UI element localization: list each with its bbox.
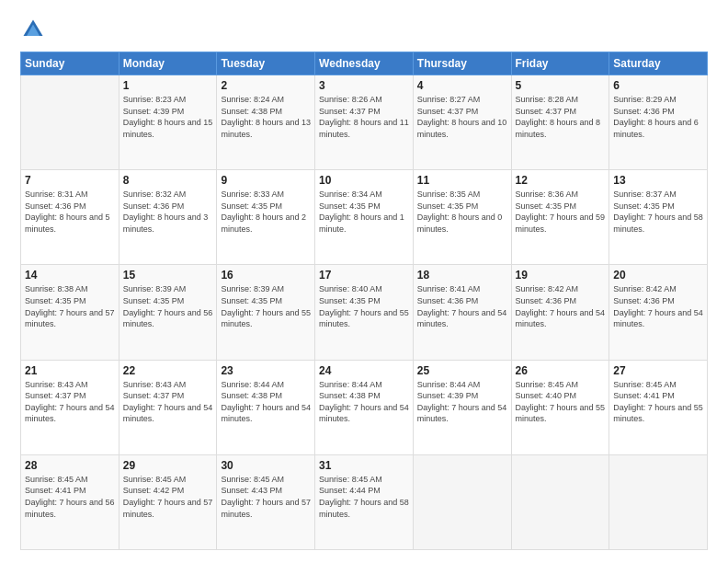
week-row-3: 21Sunrise: 8:43 AMSunset: 4:37 PMDayligh… <box>21 360 708 454</box>
header-cell-friday: Friday <box>511 52 609 75</box>
day-cell: 18Sunrise: 8:41 AMSunset: 4:36 PMDayligh… <box>413 265 511 360</box>
day-cell: 15Sunrise: 8:39 AMSunset: 4:35 PMDayligh… <box>119 265 217 360</box>
day-info: Sunrise: 8:44 AMSunset: 4:38 PMDaylight:… <box>221 379 311 425</box>
week-row-4: 28Sunrise: 8:45 AMSunset: 4:41 PMDayligh… <box>21 454 708 549</box>
day-info: Sunrise: 8:39 AMSunset: 4:35 PMDaylight:… <box>123 283 213 329</box>
day-info: Sunrise: 8:33 AMSunset: 4:35 PMDaylight:… <box>221 189 311 235</box>
logo <box>20 17 50 42</box>
header-cell-tuesday: Tuesday <box>217 52 315 75</box>
day-info: Sunrise: 8:32 AMSunset: 4:36 PMDaylight:… <box>123 189 213 235</box>
day-number: 12 <box>516 174 606 187</box>
day-cell: 27Sunrise: 8:45 AMSunset: 4:41 PMDayligh… <box>609 360 708 454</box>
header-cell-sunday: Sunday <box>21 52 119 75</box>
day-info: Sunrise: 8:28 AMSunset: 4:37 PMDaylight:… <box>516 94 606 140</box>
day-cell: 6Sunrise: 8:29 AMSunset: 4:36 PMDaylight… <box>609 75 708 170</box>
day-info: Sunrise: 8:26 AMSunset: 4:37 PMDaylight:… <box>319 94 409 140</box>
day-number: 13 <box>613 174 703 187</box>
day-number: 24 <box>319 364 409 377</box>
header-cell-thursday: Thursday <box>413 52 511 75</box>
day-info: Sunrise: 8:34 AMSunset: 4:35 PMDaylight:… <box>319 189 409 235</box>
day-info: Sunrise: 8:40 AMSunset: 4:35 PMDaylight:… <box>319 283 409 329</box>
header-cell-wednesday: Wednesday <box>315 52 414 75</box>
calendar-body: 1Sunrise: 8:23 AMSunset: 4:39 PMDaylight… <box>21 75 708 550</box>
header-cell-monday: Monday <box>119 52 217 75</box>
day-number: 9 <box>221 174 311 187</box>
day-cell: 16Sunrise: 8:39 AMSunset: 4:35 PMDayligh… <box>217 265 315 360</box>
day-info: Sunrise: 8:45 AMSunset: 4:41 PMDaylight:… <box>613 379 703 425</box>
day-cell: 13Sunrise: 8:37 AMSunset: 4:35 PMDayligh… <box>609 170 708 265</box>
day-number: 19 <box>516 269 606 282</box>
day-number: 3 <box>319 79 409 92</box>
day-cell <box>511 454 609 549</box>
day-info: Sunrise: 8:29 AMSunset: 4:36 PMDaylight:… <box>613 94 703 140</box>
day-info: Sunrise: 8:43 AMSunset: 4:37 PMDaylight:… <box>123 379 213 425</box>
day-number: 21 <box>25 364 115 377</box>
day-info: Sunrise: 8:38 AMSunset: 4:35 PMDaylight:… <box>25 283 115 329</box>
day-cell <box>413 454 511 549</box>
day-number: 18 <box>417 269 507 282</box>
day-number: 26 <box>516 364 606 377</box>
day-cell: 29Sunrise: 8:45 AMSunset: 4:42 PMDayligh… <box>119 454 217 549</box>
day-cell: 4Sunrise: 8:27 AMSunset: 4:37 PMDaylight… <box>413 75 511 170</box>
day-number: 4 <box>417 79 507 92</box>
day-number: 10 <box>319 174 409 187</box>
day-cell: 1Sunrise: 8:23 AMSunset: 4:39 PMDaylight… <box>119 75 217 170</box>
calendar-page: SundayMondayTuesdayWednesdayThursdayFrid… <box>0 0 728 563</box>
day-cell: 28Sunrise: 8:45 AMSunset: 4:41 PMDayligh… <box>21 454 119 549</box>
day-cell: 7Sunrise: 8:31 AMSunset: 4:36 PMDaylight… <box>21 170 119 265</box>
day-cell: 24Sunrise: 8:44 AMSunset: 4:38 PMDayligh… <box>315 360 414 454</box>
day-cell: 19Sunrise: 8:42 AMSunset: 4:36 PMDayligh… <box>511 265 609 360</box>
calendar-table: SundayMondayTuesdayWednesdayThursdayFrid… <box>20 52 708 550</box>
day-number: 27 <box>613 364 703 377</box>
day-cell: 10Sunrise: 8:34 AMSunset: 4:35 PMDayligh… <box>315 170 414 265</box>
logo-icon <box>20 17 46 42</box>
day-number: 25 <box>417 364 507 377</box>
day-info: Sunrise: 8:42 AMSunset: 4:36 PMDaylight:… <box>516 283 606 329</box>
day-info: Sunrise: 8:43 AMSunset: 4:37 PMDaylight:… <box>25 379 115 425</box>
week-row-0: 1Sunrise: 8:23 AMSunset: 4:39 PMDaylight… <box>21 75 708 170</box>
day-info: Sunrise: 8:44 AMSunset: 4:38 PMDaylight:… <box>319 379 409 425</box>
day-cell: 31Sunrise: 8:45 AMSunset: 4:44 PMDayligh… <box>315 454 414 549</box>
day-number: 1 <box>123 79 213 92</box>
day-number: 28 <box>25 459 115 472</box>
day-cell: 26Sunrise: 8:45 AMSunset: 4:40 PMDayligh… <box>511 360 609 454</box>
day-number: 7 <box>25 174 115 187</box>
day-info: Sunrise: 8:41 AMSunset: 4:36 PMDaylight:… <box>417 283 507 329</box>
day-number: 17 <box>319 269 409 282</box>
day-info: Sunrise: 8:27 AMSunset: 4:37 PMDaylight:… <box>417 94 507 140</box>
header <box>20 17 708 42</box>
header-row: SundayMondayTuesdayWednesdayThursdayFrid… <box>21 52 708 75</box>
day-info: Sunrise: 8:24 AMSunset: 4:38 PMDaylight:… <box>221 94 311 140</box>
day-cell: 3Sunrise: 8:26 AMSunset: 4:37 PMDaylight… <box>315 75 414 170</box>
day-number: 15 <box>123 269 213 282</box>
day-number: 29 <box>123 459 213 472</box>
day-info: Sunrise: 8:39 AMSunset: 4:35 PMDaylight:… <box>221 283 311 329</box>
day-number: 22 <box>123 364 213 377</box>
day-info: Sunrise: 8:45 AMSunset: 4:43 PMDaylight:… <box>221 474 311 520</box>
day-info: Sunrise: 8:35 AMSunset: 4:35 PMDaylight:… <box>417 189 507 235</box>
day-cell: 23Sunrise: 8:44 AMSunset: 4:38 PMDayligh… <box>217 360 315 454</box>
day-info: Sunrise: 8:36 AMSunset: 4:35 PMDaylight:… <box>516 189 606 235</box>
day-number: 8 <box>123 174 213 187</box>
day-cell: 22Sunrise: 8:43 AMSunset: 4:37 PMDayligh… <box>119 360 217 454</box>
day-cell: 12Sunrise: 8:36 AMSunset: 4:35 PMDayligh… <box>511 170 609 265</box>
day-number: 11 <box>417 174 507 187</box>
calendar-header: SundayMondayTuesdayWednesdayThursdayFrid… <box>21 52 708 75</box>
day-info: Sunrise: 8:44 AMSunset: 4:39 PMDaylight:… <box>417 379 507 425</box>
day-cell: 30Sunrise: 8:45 AMSunset: 4:43 PMDayligh… <box>217 454 315 549</box>
day-number: 20 <box>613 269 703 282</box>
day-cell: 25Sunrise: 8:44 AMSunset: 4:39 PMDayligh… <box>413 360 511 454</box>
day-cell <box>609 454 708 549</box>
day-cell: 2Sunrise: 8:24 AMSunset: 4:38 PMDaylight… <box>217 75 315 170</box>
day-number: 31 <box>319 459 409 472</box>
header-cell-saturday: Saturday <box>609 52 708 75</box>
week-row-1: 7Sunrise: 8:31 AMSunset: 4:36 PMDaylight… <box>21 170 708 265</box>
day-cell: 11Sunrise: 8:35 AMSunset: 4:35 PMDayligh… <box>413 170 511 265</box>
day-cell <box>21 75 119 170</box>
day-info: Sunrise: 8:37 AMSunset: 4:35 PMDaylight:… <box>613 189 703 235</box>
day-info: Sunrise: 8:42 AMSunset: 4:36 PMDaylight:… <box>613 283 703 329</box>
day-cell: 21Sunrise: 8:43 AMSunset: 4:37 PMDayligh… <box>21 360 119 454</box>
day-info: Sunrise: 8:45 AMSunset: 4:40 PMDaylight:… <box>516 379 606 425</box>
day-number: 14 <box>25 269 115 282</box>
day-cell: 17Sunrise: 8:40 AMSunset: 4:35 PMDayligh… <box>315 265 414 360</box>
